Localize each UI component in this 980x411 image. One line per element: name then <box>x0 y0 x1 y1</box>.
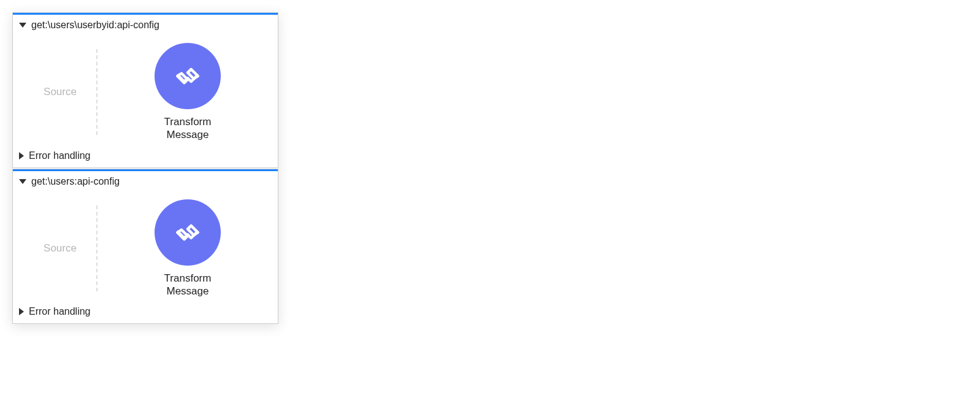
flow-header[interactable]: get:\users:api-config <box>13 169 278 192</box>
flow-panel: get:\users\userbyid:api-config Source Tr… <box>12 12 278 168</box>
divider <box>96 49 98 135</box>
flow-title: get:\users\userbyid:api-config <box>31 20 159 31</box>
chevron-down-icon <box>19 179 26 184</box>
transform-message-icon <box>170 215 205 250</box>
error-handling-header[interactable]: Error handling <box>13 147 278 167</box>
flow-canvas: get:\users\userbyid:api-config Source Tr… <box>12 12 278 324</box>
flow-title: get:\users:api-config <box>31 176 120 187</box>
flow-node-area: Transform Message <box>109 43 267 142</box>
error-handling-label: Error handling <box>29 306 91 317</box>
transform-message-node[interactable] <box>155 199 221 266</box>
node-label-line: Transform <box>164 272 212 285</box>
node-label-line: Transform <box>164 115 212 128</box>
error-handling-header[interactable]: Error handling <box>13 302 278 323</box>
source-label: Source <box>44 86 77 98</box>
flow-body: Source Transform Message <box>13 36 278 147</box>
flow-body: Source Transform Message <box>13 192 278 303</box>
node-label: Transform Message <box>164 115 212 142</box>
divider <box>96 205 98 291</box>
source-drop-area[interactable]: Source <box>24 86 96 98</box>
flow-panel: get:\users:api-config Source Transform M… <box>12 169 278 325</box>
flow-header[interactable]: get:\users\userbyid:api-config <box>13 13 278 36</box>
source-drop-area[interactable]: Source <box>24 242 96 255</box>
chevron-down-icon <box>19 23 26 28</box>
chevron-right-icon <box>19 308 24 315</box>
node-label-line: Message <box>164 285 212 298</box>
transform-message-node[interactable] <box>155 43 221 109</box>
chevron-right-icon <box>19 152 24 159</box>
source-label: Source <box>44 242 77 254</box>
error-handling-label: Error handling <box>29 150 91 161</box>
transform-message-icon <box>170 59 205 93</box>
node-label-line: Message <box>164 128 212 141</box>
flow-node-area: Transform Message <box>109 199 267 298</box>
node-label: Transform Message <box>164 272 212 298</box>
